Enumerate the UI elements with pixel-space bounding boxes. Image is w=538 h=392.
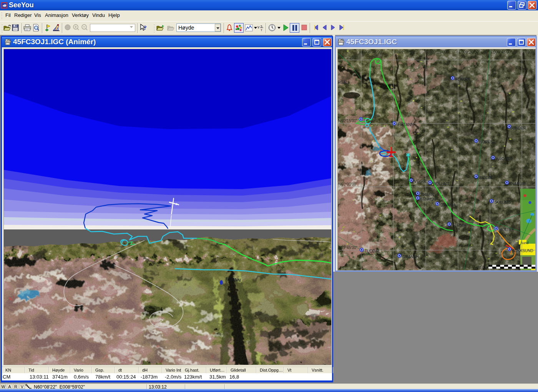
svg-text:RGALI: RGALI xyxy=(338,80,349,85)
svg-text:E008°45'00": E008°45'00" xyxy=(362,50,384,54)
svg-text:FLAKRK: FLAKRK xyxy=(455,77,470,81)
svg-text:SIGDAL: SIGDAL xyxy=(479,176,493,180)
svg-text:EIKTANN: EIKTANN xyxy=(397,123,414,127)
svg-text:GRANSH: GRANSH xyxy=(402,255,419,259)
svg-text:20,0km: 20,0km xyxy=(477,266,490,270)
svg-text:N60°00'00": N60°00'00" xyxy=(338,182,357,186)
svg-text:FLESBE: FLESBE xyxy=(452,223,467,228)
svg-text:E009°45'00": E009°45'00" xyxy=(491,50,512,54)
svg-text:NORESJ: NORESJ xyxy=(479,140,495,144)
svg-text:E009°30'00": E009°30'00" xyxy=(459,50,480,54)
svg-text:T: T xyxy=(261,28,262,32)
svg-text:KRODER: KRODER xyxy=(496,157,513,161)
svg-text:v: v xyxy=(257,25,259,29)
svg-text:E009°00'00": E009°00'00" xyxy=(394,50,416,54)
svg-text:sund: sund xyxy=(521,241,529,245)
svg-text:VEGGLI: VEGGLI xyxy=(414,179,428,184)
svg-text:SOLUMS: SOLUMS xyxy=(495,200,511,204)
svg-text:N60°15'00": N60°15'00" xyxy=(338,119,357,123)
svg-text:HOKKSUND: HOKKSUND xyxy=(511,249,533,253)
svg-text:TUDDAL: TUDDAL xyxy=(365,249,380,253)
svg-text:SUNDER: SUNDER xyxy=(510,126,526,130)
svg-text:E009°15'00": E009°15'00" xyxy=(427,50,448,54)
svg-text:DJUPDA: DJUPDA xyxy=(440,203,456,207)
svg-text:3945EN: 3945EN xyxy=(420,193,434,197)
svg-text:SNARUM: SNARUM xyxy=(509,182,525,186)
svg-text:BENHOV: BENHOV xyxy=(420,197,437,201)
svg-text:E010°0: E010°0 xyxy=(523,50,535,54)
svg-text:?: ? xyxy=(144,25,147,31)
svg-text:HOLTEF: HOLTEF xyxy=(499,228,514,232)
svg-text:ROLLAG: ROLLAG xyxy=(433,182,449,186)
